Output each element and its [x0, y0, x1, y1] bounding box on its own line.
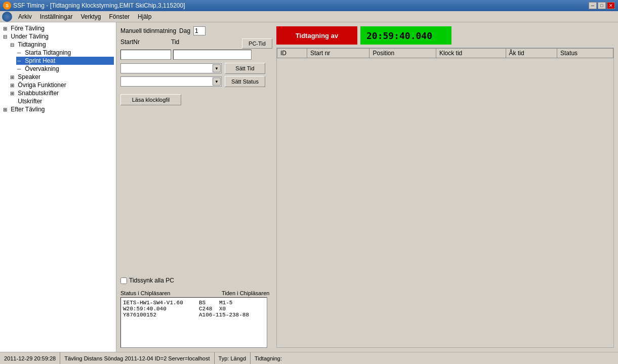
menu-fonster[interactable]: Fönster	[105, 12, 134, 21]
chip-col1-1: IETS-HW1-SW4-V1.60	[123, 300, 199, 306]
manual-timing-label: Manuell tidinmatning	[120, 27, 176, 34]
expand-icon: ⊞	[10, 74, 16, 80]
status-tidtagning: Tidtagning:	[251, 352, 286, 364]
menu-installningar[interactable]: Inställningar	[36, 12, 77, 21]
status-competition: Tävling Distans Söndag 2011-12-04 ID=2 S…	[60, 352, 214, 364]
app-logo	[2, 12, 12, 22]
dag-label: Dag	[179, 27, 190, 34]
content-area: Manuell tidinmatning Dag StartNr Tid PC-…	[116, 22, 618, 352]
right-panel: Tidtagning av 20:59:40.040 ID Start nr P…	[276, 26, 614, 348]
tidssynk-row: Tidssynk alla PC	[120, 277, 272, 284]
menu-bar: Arkiv Inställningar Verktyg Fönster Hjäl…	[0, 11, 618, 22]
main-container: ⊞ Före Tävling ⊟ Under Tävling ⊟ Tidtagn…	[0, 22, 618, 352]
col-status: Status	[557, 49, 613, 58]
chip-col2-2: C248	[199, 306, 219, 312]
dropdown-select-1[interactable]	[120, 63, 222, 73]
expand-icon: ⊞	[3, 26, 9, 31]
minimize-button[interactable]: ─	[589, 2, 597, 9]
tid-input[interactable]	[173, 50, 252, 60]
chip-section: Status i Chipläsaren Tiden i Chipläsaren…	[120, 290, 272, 348]
expand-icon	[10, 99, 16, 104]
chip-col2-3: A106-115-238-88	[199, 312, 249, 318]
sidebar-item-utskrifter[interactable]: Utskrifter	[9, 97, 114, 105]
sidebar-item-speaker[interactable]: ⊞ Speaker	[9, 73, 114, 81]
left-panel: Manuell tidinmatning Dag StartNr Tid PC-…	[120, 26, 272, 348]
app-icon: S	[3, 2, 11, 10]
input-row	[120, 50, 272, 60]
sidebar-item-efter-tavling[interactable]: ⊞ Efter Tävling	[2, 105, 114, 113]
expand-icon: ─	[17, 66, 23, 72]
status-type: Typ: Längd	[215, 352, 251, 364]
dropdown-wrapper-1: ▼	[120, 63, 222, 73]
dropdown-select-2[interactable]	[120, 76, 222, 87]
chip-line-1: IETS-HW1-SW4-V1.60BSM1-5	[123, 300, 265, 306]
clock-display: 20:59:40.040	[360, 26, 451, 45]
lasa-klocklogfil-button[interactable]: Läsa klocklogfil	[120, 94, 181, 105]
table-header: ID Start nr Position Klock tid Åk tid St…	[277, 49, 613, 58]
expand-icon: ─	[17, 50, 23, 56]
content-split: Manuell tidinmatning Dag StartNr Tid PC-…	[120, 26, 614, 348]
start-nr-input[interactable]	[120, 50, 171, 60]
sidebar-item-starta-tidtagning[interactable]: ─ Starta Tidtagning	[16, 49, 114, 57]
expand-icon: ⊞	[10, 83, 16, 88]
chip-header-row: Status i Chipläsaren Tiden i Chipläsaren	[120, 290, 272, 296]
tidssynk-checkbox[interactable]	[120, 277, 127, 284]
dropdown-row-2: ▼ Sätt Status	[120, 76, 272, 87]
lasa-btn-container: Läsa klocklogfil	[120, 92, 272, 105]
timing-header: Manuell tidinmatning Dag	[120, 26, 272, 35]
sidebar-item-fore-tavling[interactable]: ⊞ Före Tävling	[2, 24, 114, 32]
dag-input[interactable]	[193, 26, 205, 35]
pc-tid-button[interactable]: PC-Tid	[242, 38, 272, 49]
menu-verktyg[interactable]: Verktyg	[76, 12, 105, 21]
chip-col1-3: Y876100152	[123, 312, 199, 318]
sidebar-item-under-tavling[interactable]: ⊟ Under Tävling	[2, 32, 114, 41]
chip-line-3: Y876100152A106-115-238-88	[123, 312, 265, 318]
expand-icon: ⊞	[10, 91, 16, 96]
chip-col2-1: BS	[199, 300, 219, 306]
column-labels: StartNr Tid PC-Tid	[120, 38, 272, 49]
chip-status-panel: IETS-HW1-SW4-V1.60BSM1-5 W20:59:40.040C2…	[120, 297, 267, 348]
chip-col1-2: W20:59:40.040	[123, 306, 199, 312]
results-table-container: ID Start nr Position Klock tid Åk tid St…	[276, 48, 614, 348]
expand-icon: ─	[17, 58, 23, 64]
maximize-button[interactable]: □	[598, 2, 606, 9]
tid-label: Tid	[171, 38, 222, 49]
sidebar-item-ovriga-funktioner[interactable]: ⊞ Övriga Funktioner	[9, 81, 114, 89]
sidebar-item-overvakning[interactable]: ─ Övervakning	[16, 65, 114, 73]
col-id: ID	[277, 49, 307, 58]
dropdown-row-1: ▼ Sätt Tid	[120, 63, 272, 74]
satt-tid-button[interactable]: Sätt Tid	[225, 63, 265, 74]
title-bar: S SSF Timing - [Tidtagning Klockstyrning…	[0, 0, 618, 11]
start-nr-label: StartNr	[120, 38, 171, 49]
col-klock-tid: Klock tid	[436, 49, 506, 58]
chip-tid-header: Tiden i Chipläsaren	[222, 290, 272, 296]
satt-status-button[interactable]: Sätt Status	[225, 76, 265, 87]
dropdown-wrapper-2: ▼	[120, 76, 222, 87]
tidssynk-checkbox-wrapper: Tidssynk alla PC	[120, 277, 174, 284]
status-bar: 2011-12-29 20:59:28 Tävling Distans Sönd…	[0, 352, 618, 364]
sidebar-item-tidtagning[interactable]: ⊟ Tidtagning	[9, 41, 114, 49]
chip-col3-2: X0	[219, 306, 226, 312]
sidebar-item-sprint-heat[interactable]: ─ Sprint Heat	[16, 57, 114, 65]
status-datetime: 2011-12-29 20:59:28	[0, 352, 60, 364]
close-button[interactable]: ✕	[607, 2, 615, 9]
title-text: SSF Timing - [Tidtagning Klockstyrning,E…	[13, 2, 589, 9]
sidebar: ⊞ Före Tävling ⊟ Under Tävling ⊟ Tidtagn…	[0, 22, 116, 352]
expand-icon: ⊟	[10, 42, 16, 48]
title-bar-buttons: ─ □ ✕	[589, 2, 615, 9]
col-start-nr: Start nr	[307, 49, 369, 58]
status-row: Tidtagning av 20:59:40.040	[276, 26, 614, 45]
col-position: Position	[369, 49, 436, 58]
col-ak-tid: Åk tid	[506, 49, 557, 58]
sidebar-item-snabbutskrifter[interactable]: ⊞ Snabbutskrifter	[9, 89, 114, 97]
chip-status-header: Status i Chipläsaren	[120, 290, 222, 296]
chip-col3-1: M1-5	[219, 300, 232, 306]
results-table: ID Start nr Position Klock tid Åk tid St…	[277, 48, 613, 58]
chip-line-2: W20:59:40.040C248X0	[123, 306, 265, 312]
menu-hjalp[interactable]: Hjälp	[134, 12, 155, 21]
tidssynk-label: Tidssynk alla PC	[129, 277, 174, 284]
timing-av-button[interactable]: Tidtagning av	[276, 26, 357, 45]
menu-arkiv[interactable]: Arkiv	[14, 12, 36, 21]
expand-icon: ⊞	[3, 107, 9, 112]
expand-icon: ⊟	[3, 34, 9, 39]
